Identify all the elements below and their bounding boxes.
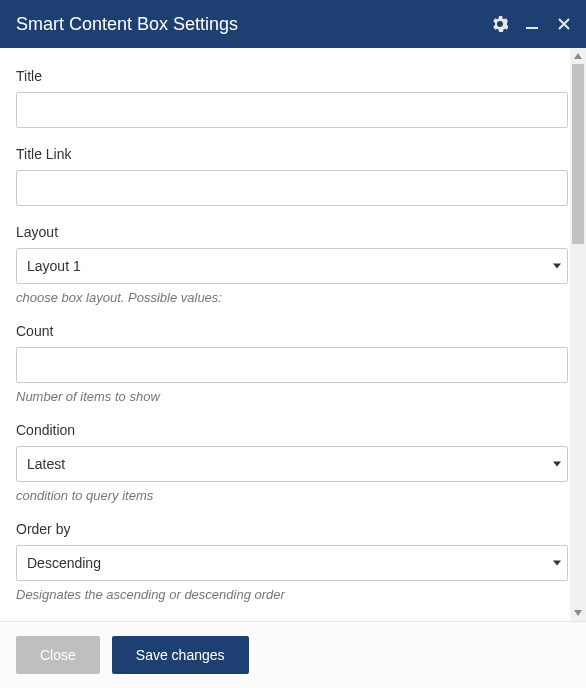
svg-rect-0 (526, 27, 538, 29)
svg-marker-4 (574, 610, 582, 616)
settings-modal: Smart Content Box Settings Title Title L… (0, 0, 586, 688)
label-title: Title (16, 68, 568, 84)
gear-icon[interactable] (490, 14, 510, 34)
minimize-icon[interactable] (522, 14, 542, 34)
close-icon[interactable] (554, 14, 574, 34)
header-controls (490, 14, 574, 34)
save-changes-button[interactable]: Save changes (112, 636, 249, 674)
modal-title: Smart Content Box Settings (16, 14, 490, 35)
help-order-by: Designates the ascending or descending o… (16, 587, 568, 602)
scroll-down-icon[interactable] (570, 605, 586, 621)
input-title-link[interactable] (16, 170, 568, 206)
chevron-down-icon (553, 561, 561, 566)
modal-footer: Close Save changes (0, 621, 586, 688)
chevron-down-icon (553, 462, 561, 467)
label-categories: Categories (16, 620, 568, 621)
vertical-scrollbar[interactable] (570, 48, 586, 621)
select-condition-value: Latest (27, 456, 65, 472)
modal-body: Title Title Link Layout Layout 1 choose … (0, 48, 586, 621)
field-categories: Categories (16, 620, 570, 621)
input-title[interactable] (16, 92, 568, 128)
label-order-by: Order by (16, 521, 568, 537)
modal-header: Smart Content Box Settings (0, 0, 586, 48)
close-button[interactable]: Close (16, 636, 100, 674)
help-condition: condition to query items (16, 488, 568, 503)
label-layout: Layout (16, 224, 568, 240)
scrollbar-thumb[interactable] (572, 64, 584, 244)
field-count: Count Number of items to show (16, 323, 570, 404)
field-order-by: Order by Descending Designates the ascen… (16, 521, 570, 602)
field-title: Title (16, 68, 570, 128)
svg-marker-3 (574, 53, 582, 59)
help-count: Number of items to show (16, 389, 568, 404)
chevron-down-icon (553, 264, 561, 269)
select-layout[interactable]: Layout 1 (16, 248, 568, 284)
select-condition[interactable]: Latest (16, 446, 568, 482)
label-title-link: Title Link (16, 146, 568, 162)
label-count: Count (16, 323, 568, 339)
scroll-up-icon[interactable] (570, 48, 586, 64)
input-count[interactable] (16, 347, 568, 383)
select-layout-value: Layout 1 (27, 258, 81, 274)
select-order-by-value: Descending (27, 555, 101, 571)
select-order-by[interactable]: Descending (16, 545, 568, 581)
field-condition: Condition Latest condition to query item… (16, 422, 570, 503)
field-title-link: Title Link (16, 146, 570, 206)
form-scroll-area[interactable]: Title Title Link Layout Layout 1 choose … (0, 48, 570, 621)
field-layout: Layout Layout 1 choose box layout. Possi… (16, 224, 570, 305)
label-condition: Condition (16, 422, 568, 438)
help-layout: choose box layout. Possible values: (16, 290, 568, 305)
